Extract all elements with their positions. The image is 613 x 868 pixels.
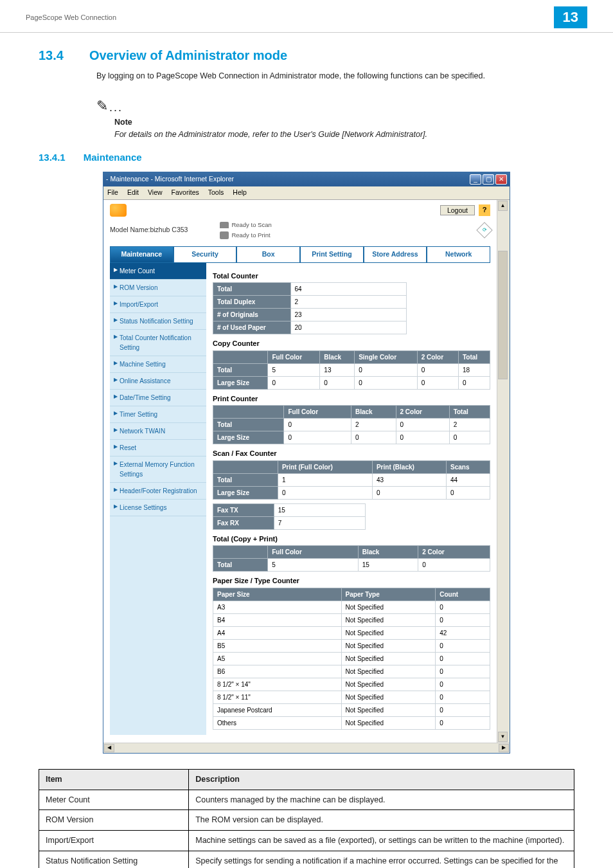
sidebar-item-date-time[interactable]: ▶Date/Time Setting xyxy=(110,390,206,406)
menu-view[interactable]: View xyxy=(148,188,163,198)
caret-icon: ▶ xyxy=(114,300,118,309)
menu-file[interactable]: File xyxy=(107,188,118,198)
caret-icon: ▶ xyxy=(114,283,118,293)
chapter-badge: 13 xyxy=(554,6,587,28)
note-text: For details on the Administrator mode, r… xyxy=(114,129,574,141)
table-row: OthersNot Specified0 xyxy=(213,716,490,729)
section-title: Overview of Administrator mode xyxy=(89,46,287,65)
caret-icon: ▶ xyxy=(114,443,118,453)
window-title: - Maintenance - Microsoft Internet Explo… xyxy=(106,174,470,185)
table-fax: Fax TX15 Fax RX7 xyxy=(213,503,366,530)
maximize-icon[interactable]: ▢ xyxy=(483,174,494,185)
section-heading: 13.4 Overview of Administrator mode xyxy=(39,46,574,65)
subsection-heading: 13.4.1 Maintenance xyxy=(39,150,574,165)
tab-security[interactable]: Security xyxy=(173,246,237,263)
sidebar-item-header-footer[interactable]: ▶Header/Footer Registration xyxy=(110,483,206,500)
table-row: A5Not Specified0 xyxy=(213,652,490,665)
table-row: Import/ExportMachine settings can be sav… xyxy=(39,831,574,851)
section-intro: By logging on to PageScope Web Connectio… xyxy=(96,70,574,82)
sidebar-item-reset[interactable]: ▶Reset xyxy=(110,440,206,457)
table-row: B4Not Specified0 xyxy=(213,613,490,626)
table-row: B5Not Specified0 xyxy=(213,639,490,652)
sidebar-item-rom-version[interactable]: ▶ROM Version xyxy=(110,280,206,296)
table-print-counter: Full Color Black 2 Color Total Total0202… xyxy=(213,405,490,444)
caret-icon: ▶ xyxy=(114,503,118,512)
table-row: Japanese PostcardNot Specified0 xyxy=(213,703,490,716)
refresh-icon[interactable]: ⟳ xyxy=(476,222,492,238)
subsection-title: Maintenance xyxy=(84,150,142,165)
group-copy-counter-title: Copy Counter xyxy=(213,338,490,349)
sidebar-item-meter-count[interactable]: ▶Meter Count xyxy=(110,263,206,280)
printer-icon xyxy=(220,231,229,239)
sidebar-item-online-assistance[interactable]: ▶Online Assistance xyxy=(110,373,206,390)
caret-icon: ▶ xyxy=(114,410,118,419)
caret-icon: ▶ xyxy=(114,486,118,496)
menu-edit[interactable]: Edit xyxy=(127,188,139,198)
tab-maintenance[interactable]: Maintenance xyxy=(110,246,173,263)
table-copy-counter: Full Color Black Single Color 2 Color To… xyxy=(213,350,490,390)
group-scan-fax-title: Scan / Fax Counter xyxy=(213,448,490,459)
table-row: Meter CountCounters managed by the machi… xyxy=(39,790,574,810)
group-print-counter-title: Print Counter xyxy=(213,393,490,404)
caret-icon: ▶ xyxy=(114,333,118,352)
help-icon[interactable]: ? xyxy=(479,204,490,216)
group-total-counter-title: Total Counter xyxy=(213,271,490,282)
menu-favorites[interactable]: Favorites xyxy=(172,188,199,198)
tab-store-address[interactable]: Store Address xyxy=(364,246,427,263)
sidebar-item-status-notification[interactable]: ▶Status Notification Setting xyxy=(110,313,206,330)
scroll-down-icon[interactable]: ▼ xyxy=(498,732,508,742)
window-titlebar: - Maintenance - Microsoft Internet Explo… xyxy=(103,172,510,186)
close-icon[interactable]: ✕ xyxy=(495,174,507,185)
table-row: Status Notification SettingSpecify setti… xyxy=(39,851,574,868)
sidebar-item-timer-setting[interactable]: ▶Timer Setting xyxy=(110,406,206,423)
scroll-right-icon[interactable]: ▶ xyxy=(499,744,509,752)
tab-print-setting[interactable]: Print Setting xyxy=(300,246,364,263)
sidebar-item-total-counter-notification[interactable]: ▶Total Counter Notification Setting xyxy=(110,330,206,356)
description-table: Item Description Meter CountCounters man… xyxy=(39,769,574,868)
page-header: PageScope Web Connection 13 xyxy=(0,0,613,33)
horizontal-scrollbar[interactable]: ◀ ▶ xyxy=(103,743,510,753)
brand-logo-icon xyxy=(110,204,127,217)
note-icon: ✎ ... xyxy=(96,95,574,116)
menu-tools[interactable]: Tools xyxy=(208,188,224,198)
tab-network[interactable]: Network xyxy=(427,246,490,263)
menu-help[interactable]: Help xyxy=(233,188,247,198)
group-total-cp-title: Total (Copy + Print) xyxy=(213,534,490,545)
scroll-left-icon[interactable]: ◀ xyxy=(104,744,114,752)
main-pane: Total Counter Total64 Total Duplex2 # of… xyxy=(206,263,490,735)
table-row: ROM VersionThe ROM version can be displa… xyxy=(39,810,574,831)
table-row: A3Not Specified0 xyxy=(213,601,490,613)
sidebar-item-network-twain[interactable]: ▶Network TWAIN xyxy=(110,423,206,440)
group-paper-size-title: Paper Size / Type Counter xyxy=(213,575,490,586)
caret-icon: ▶ xyxy=(114,460,118,479)
logout-button[interactable]: Logout xyxy=(440,205,475,215)
vertical-scrollbar[interactable]: ▲ ▼ xyxy=(497,200,508,743)
tab-box[interactable]: Box xyxy=(236,246,300,263)
sidebar-item-license-settings[interactable]: ▶License Settings xyxy=(110,500,206,516)
sidebar-item-machine-setting[interactable]: ▶Machine Setting xyxy=(110,356,206,373)
running-title: PageScope Web Connection xyxy=(26,14,554,21)
sidebar-item-import-export[interactable]: ▶Import/Export xyxy=(110,296,206,313)
note-label: Note xyxy=(114,116,574,129)
table-row: A4Not Specified42 xyxy=(213,626,490,639)
status-print: Ready to Print xyxy=(220,231,271,240)
col-item: Item xyxy=(39,769,189,790)
table-scan-fax-counter: Print (Full Color) Print (Black) Scans T… xyxy=(213,460,490,500)
screenshot-window: - Maintenance - Microsoft Internet Explo… xyxy=(103,172,510,754)
sidebar-item-external-memory[interactable]: ▶External Memory Function Settings xyxy=(110,457,206,483)
caret-icon: ▶ xyxy=(114,393,118,402)
scroll-up-icon[interactable]: ▲ xyxy=(498,201,508,211)
hand-icon: ✎ xyxy=(96,95,108,116)
caret-icon: ▶ xyxy=(114,376,118,386)
table-row: 8 1/2" × 14"Not Specified0 xyxy=(213,678,490,691)
caret-icon: ▶ xyxy=(114,266,118,276)
tab-bar: Maintenance Security Box Print Setting S… xyxy=(110,246,490,263)
scroll-thumb[interactable] xyxy=(498,251,508,379)
col-description: Description xyxy=(189,769,574,790)
table-total-cp: Full Color Black 2 Color Total5150 xyxy=(213,545,490,572)
minimize-icon[interactable]: _ xyxy=(470,174,481,185)
section-number: 13.4 xyxy=(39,46,64,65)
model-name: Model Name:bizhub C353 xyxy=(110,225,188,235)
table-row: 8 1/2" × 11"Not Specified0 xyxy=(213,691,490,703)
subsection-number: 13.4.1 xyxy=(39,150,66,165)
